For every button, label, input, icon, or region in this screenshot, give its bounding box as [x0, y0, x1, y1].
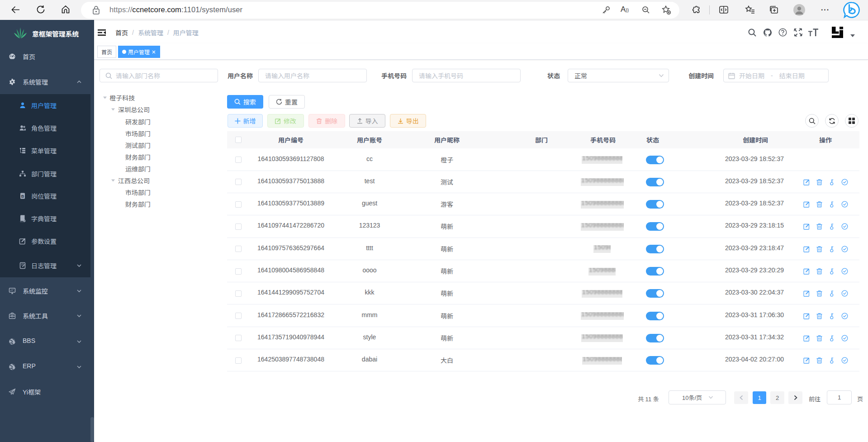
svg-text:B: B [21, 194, 24, 199]
